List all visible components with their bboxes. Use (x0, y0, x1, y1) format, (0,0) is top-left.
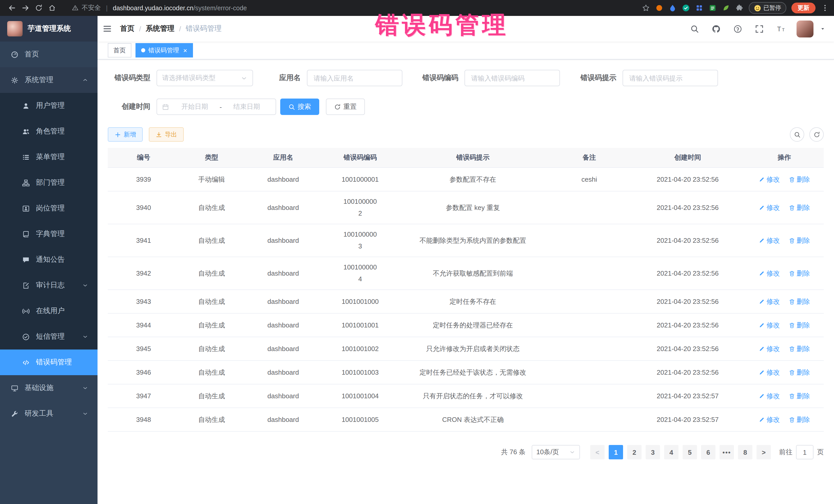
delete-button[interactable]: 删除 (789, 236, 810, 245)
cell-id: 3948 (108, 408, 179, 431)
edit-button[interactable]: 修改 (759, 415, 780, 424)
dict-icon (22, 230, 30, 238)
refresh-table-button[interactable] (809, 127, 824, 141)
cell-type: 自动生成 (179, 360, 244, 384)
page-button-6[interactable]: 6 (701, 445, 716, 459)
sidebar-item-menu[interactable]: 菜单管理 (0, 144, 97, 170)
sidebar-item-system[interactable]: 系统管理 (0, 67, 97, 93)
sidebar-item-role[interactable]: 角色管理 (0, 118, 97, 144)
browser-back-icon[interactable] (5, 1, 19, 15)
font-size-icon[interactable]: TT (775, 23, 786, 35)
edit-button[interactable]: 修改 (759, 368, 780, 377)
badge-icon (22, 204, 30, 213)
tab-home[interactable]: 首页 (108, 43, 131, 58)
extension-leaf-icon[interactable] (722, 4, 730, 12)
sidebar-item-user[interactable]: 用户管理 (0, 93, 97, 118)
delete-button[interactable]: 删除 (789, 344, 810, 353)
error-type-select[interactable]: 请选择错误码类型 (156, 70, 253, 86)
profile-paused-button[interactable]: 已暂停 (749, 2, 786, 14)
app-name-input[interactable] (307, 70, 402, 86)
sidebar-item-post[interactable]: 岗位管理 (0, 196, 97, 221)
sidebar-item-error-code[interactable]: 错误码管理 (0, 350, 97, 375)
breadcrumb-home[interactable]: 首页 (120, 24, 134, 34)
sidebar-item-audit-log[interactable]: 审计日志 (0, 272, 97, 298)
add-button[interactable]: 新增 (108, 127, 143, 141)
address-bar[interactable]: dashboard.yudao.iocoder.cn/system/error-… (113, 4, 247, 12)
help-icon[interactable] (732, 23, 743, 35)
sidebar-item-infra[interactable]: 基础设施 (0, 375, 97, 401)
sidebar-item-sms[interactable]: 短信管理 (0, 324, 97, 350)
page-button-2[interactable]: 2 (627, 445, 641, 459)
page-button-1[interactable]: 1 (609, 445, 623, 459)
sidebar-item-home[interactable]: 首页 (0, 42, 97, 67)
page-button-3[interactable]: 3 (646, 445, 660, 459)
user-avatar[interactable] (796, 20, 813, 37)
date-range-picker[interactable]: 开始日期 - 结束日期 (156, 98, 276, 115)
edit-button[interactable]: 修改 (759, 344, 780, 353)
sidebar-item-dept[interactable]: 部门管理 (0, 170, 97, 196)
error-code-input[interactable] (464, 70, 560, 86)
browser-update-button[interactable]: 更新 (791, 3, 815, 13)
extension-check-icon[interactable] (682, 4, 690, 12)
bookmark-star-icon[interactable] (642, 4, 650, 12)
extension-banner-icon[interactable] (708, 4, 717, 12)
browser-menu-dots-icon[interactable] (821, 4, 829, 12)
delete-button[interactable]: 删除 (789, 297, 810, 306)
tab-error-code[interactable]: 错误码管理 × (135, 43, 193, 58)
page-button-8[interactable]: 8 (738, 445, 752, 459)
edit-button[interactable]: 修改 (759, 391, 780, 400)
extension-drop-icon[interactable] (668, 4, 677, 12)
sidebar-item-notice[interactable]: 通知公告 (0, 247, 97, 272)
sidebar-item-dev-tool[interactable]: 研发工具 (0, 401, 97, 426)
delete-button[interactable]: 删除 (789, 269, 810, 278)
chevron-down-icon (82, 334, 88, 340)
search-icon[interactable] (689, 23, 700, 35)
extension-orange-icon[interactable] (655, 4, 663, 12)
error-hint-input[interactable] (622, 70, 718, 86)
app: 芋道管理系统 首页 系统管理 用户管理 角色管理 菜单管理 部门管理 岗位管理 (0, 16, 834, 504)
github-icon[interactable] (710, 23, 722, 35)
delete-button[interactable]: 删除 (789, 391, 810, 400)
edit-button[interactable]: 修改 (759, 297, 780, 306)
export-button[interactable]: 导出 (149, 127, 184, 141)
browser-home-icon[interactable] (45, 1, 59, 15)
app-title: 芋道管理系统 (28, 24, 71, 34)
extension-grid-icon[interactable] (695, 4, 703, 12)
delete-button[interactable]: 删除 (789, 321, 810, 330)
fullscreen-icon[interactable] (753, 23, 765, 35)
reset-button[interactable]: 重置 (326, 98, 365, 115)
edit-button[interactable]: 修改 (759, 236, 780, 245)
delete-button[interactable]: 删除 (789, 175, 810, 184)
close-icon[interactable]: × (183, 47, 187, 53)
hamburger-icon[interactable] (97, 16, 117, 42)
edit-button[interactable]: 修改 (759, 175, 780, 184)
search-button[interactable]: 搜索 (280, 98, 319, 115)
goto-page-input[interactable] (796, 445, 813, 459)
cell-app: dashboard (244, 257, 323, 290)
breadcrumb-system[interactable]: 系统管理 (146, 24, 175, 34)
extensions-puzzle-icon[interactable] (735, 4, 743, 12)
page-button-5[interactable]: 5 (683, 445, 697, 459)
page-more-button[interactable]: ••• (720, 445, 734, 459)
toggle-search-button[interactable] (790, 127, 804, 141)
delete-button[interactable]: 删除 (789, 368, 810, 377)
avatar-caret-down-icon[interactable] (820, 26, 826, 32)
sidebar-item-dict[interactable]: 字典管理 (0, 221, 97, 247)
table-body: 3939 手动编辑 dashboard 1001000001 参数配置不存在 c… (108, 168, 824, 431)
page-button-4[interactable]: 4 (664, 445, 679, 459)
browser-reload-icon[interactable] (32, 1, 45, 15)
users-icon (22, 127, 30, 135)
delete-button[interactable]: 删除 (789, 415, 810, 424)
delete-button[interactable]: 删除 (789, 203, 810, 212)
cell-type: 自动生成 (179, 313, 244, 337)
edit-button[interactable]: 修改 (759, 321, 780, 330)
next-page-button[interactable]: > (756, 445, 771, 459)
browser-forward-icon[interactable] (19, 1, 32, 15)
app-logo[interactable]: 芋道管理系统 (0, 16, 97, 42)
site-security-indicator[interactable]: 不安全 (72, 4, 101, 12)
sidebar-item-online-user[interactable]: 在线用户 (0, 298, 97, 324)
edit-button[interactable]: 修改 (759, 269, 780, 278)
page-size-select[interactable]: 10条/页 (532, 445, 580, 459)
edit-button[interactable]: 修改 (759, 203, 780, 212)
prev-page-button[interactable]: < (590, 445, 605, 459)
